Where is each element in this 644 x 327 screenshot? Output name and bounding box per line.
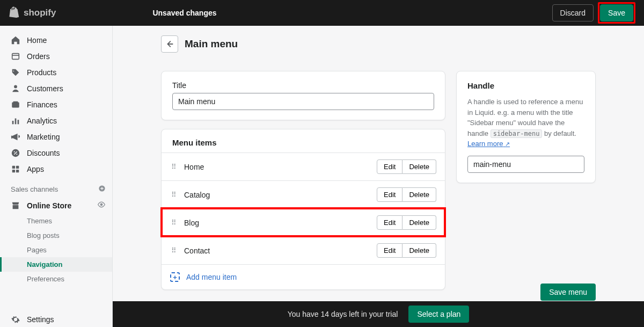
add-menu-item-label: Add menu item bbox=[186, 273, 237, 281]
sidebar-item-customers[interactable]: Customers bbox=[0, 81, 112, 97]
handle-card: Handle A handle is used to reference a m… bbox=[456, 71, 596, 183]
trial-bar: You have 14 days left in your trial Sele… bbox=[113, 301, 644, 327]
sales-channels-label: Sales channels bbox=[11, 185, 58, 193]
page-title: Main menu bbox=[185, 38, 238, 50]
sidebar-item-discounts[interactable]: Discounts bbox=[0, 145, 112, 161]
add-icon: + bbox=[170, 272, 180, 282]
sidebar-item-analytics[interactable]: Analytics bbox=[0, 113, 112, 129]
main-content: Main menu Title Menu items ⠿ Home Edit D… bbox=[113, 26, 644, 327]
title-input[interactable] bbox=[172, 93, 434, 110]
sidebar: Home Orders Products Customers Finances … bbox=[0, 26, 113, 327]
sidebar-sub-themes[interactable]: Themes bbox=[0, 214, 112, 228]
svg-rect-0 bbox=[12, 54, 19, 60]
view-store-icon[interactable] bbox=[97, 200, 106, 210]
drag-handle-icon[interactable]: ⠿ bbox=[170, 246, 178, 255]
svg-rect-5 bbox=[15, 119, 17, 125]
menu-item-label: Home bbox=[184, 163, 370, 171]
sidebar-item-apps[interactable]: Apps bbox=[0, 161, 112, 177]
shopify-bag-icon bbox=[9, 6, 20, 20]
topbar: shopify Unsaved changes Discard Save bbox=[0, 0, 644, 26]
select-plan-button[interactable]: Select a plan bbox=[408, 306, 469, 323]
products-icon bbox=[11, 68, 20, 77]
title-label: Title bbox=[172, 81, 434, 90]
menu-item-label: Contact bbox=[184, 246, 370, 255]
add-menu-item-button[interactable]: + Add menu item bbox=[162, 264, 445, 289]
handle-heading: Handle bbox=[467, 81, 584, 90]
settings-label: Settings bbox=[27, 315, 54, 324]
delete-button[interactable]: Delete bbox=[402, 159, 436, 174]
sidebar-sub-preferences[interactable]: Preferences bbox=[0, 272, 112, 286]
sidebar-item-label: Marketing bbox=[27, 133, 60, 141]
menu-item-row: ⠿ Catalog Edit Delete bbox=[162, 180, 445, 208]
sidebar-sub-navigation[interactable]: Navigation bbox=[0, 257, 112, 272]
sidebar-item-orders[interactable]: Orders bbox=[0, 48, 112, 64]
sidebar-item-label: Home bbox=[27, 36, 47, 45]
menu-item-row-highlighted: ⠿ Blog Edit Delete bbox=[162, 208, 445, 236]
edit-button[interactable]: Edit bbox=[377, 187, 402, 202]
finances-icon bbox=[11, 100, 20, 110]
menu-item-row: ⠿ Home Edit Delete bbox=[162, 152, 445, 180]
trial-text: You have 14 days left in your trial bbox=[288, 310, 398, 318]
svg-rect-11 bbox=[16, 166, 19, 169]
menu-items-card: Menu items ⠿ Home Edit Delete ⠿ Catalog bbox=[161, 129, 445, 290]
delete-button[interactable]: Delete bbox=[402, 187, 436, 202]
gear-icon bbox=[11, 315, 20, 324]
sidebar-item-products[interactable]: Products bbox=[0, 64, 112, 81]
orders-icon bbox=[11, 52, 20, 61]
delete-button[interactable]: Delete bbox=[402, 243, 436, 258]
sidebar-item-online-store[interactable]: Online Store bbox=[0, 197, 112, 214]
handle-input[interactable] bbox=[467, 156, 584, 173]
sidebar-item-label: Discounts bbox=[27, 149, 60, 157]
sidebar-item-marketing[interactable]: Marketing bbox=[0, 129, 112, 145]
menu-item-label: Catalog bbox=[184, 191, 370, 199]
drag-handle-icon[interactable]: ⠿ bbox=[170, 163, 178, 171]
brand-text: shopify bbox=[24, 8, 56, 18]
back-button[interactable] bbox=[161, 35, 178, 53]
svg-rect-6 bbox=[18, 120, 19, 124]
sidebar-item-label: Customers bbox=[27, 84, 63, 93]
sidebar-item-label: Online Store bbox=[27, 201, 71, 210]
sidebar-item-label: Products bbox=[27, 68, 56, 77]
sidebar-item-home[interactable]: Home bbox=[0, 32, 112, 48]
sales-channels-header: Sales channels bbox=[0, 177, 112, 197]
handle-code-example: sidebar-menu bbox=[491, 129, 543, 138]
title-card: Title bbox=[161, 71, 445, 120]
sidebar-sub-pages[interactable]: Pages bbox=[0, 243, 112, 257]
drag-handle-icon[interactable]: ⠿ bbox=[170, 219, 178, 227]
add-channel-icon[interactable] bbox=[98, 185, 106, 194]
analytics-icon bbox=[11, 116, 20, 126]
external-link-icon: ↗ bbox=[505, 141, 510, 147]
arrow-left-icon bbox=[165, 39, 174, 49]
delete-button[interactable]: Delete bbox=[402, 215, 436, 230]
svg-rect-12 bbox=[12, 170, 15, 172]
svg-point-1 bbox=[14, 85, 17, 89]
sidebar-item-settings[interactable]: Settings bbox=[0, 309, 112, 327]
sidebar-item-label: Finances bbox=[27, 100, 57, 109]
save-highlight-box: Save bbox=[598, 2, 635, 24]
sidebar-item-finances[interactable]: Finances bbox=[0, 97, 112, 113]
edit-button[interactable]: Edit bbox=[377, 215, 402, 230]
sidebar-sub-blog-posts[interactable]: Blog posts bbox=[0, 228, 112, 243]
drag-handle-icon[interactable]: ⠿ bbox=[170, 191, 178, 199]
brand-logo: shopify bbox=[9, 6, 56, 20]
discard-button[interactable]: Discard bbox=[552, 4, 594, 21]
edit-button[interactable]: Edit bbox=[377, 243, 402, 258]
customers-icon bbox=[11, 84, 20, 93]
online-store-icon bbox=[11, 201, 20, 210]
save-menu-button[interactable]: Save menu bbox=[540, 284, 596, 301]
sidebar-item-label: Analytics bbox=[27, 117, 57, 125]
menu-items-heading: Menu items bbox=[162, 129, 445, 152]
sidebar-item-label: Orders bbox=[27, 52, 50, 61]
edit-button[interactable]: Edit bbox=[377, 159, 402, 174]
save-button[interactable]: Save bbox=[600, 4, 633, 21]
svg-point-8 bbox=[14, 151, 15, 152]
learn-more-link[interactable]: Learn more ↗ bbox=[467, 140, 510, 148]
discounts-icon bbox=[11, 148, 20, 158]
svg-rect-3 bbox=[13, 101, 18, 103]
svg-rect-13 bbox=[16, 170, 19, 172]
svg-point-15 bbox=[100, 204, 103, 206]
svg-point-9 bbox=[16, 154, 17, 155]
svg-rect-10 bbox=[12, 166, 15, 169]
home-icon bbox=[11, 35, 20, 45]
menu-item-row: ⠿ Contact Edit Delete bbox=[162, 236, 445, 264]
